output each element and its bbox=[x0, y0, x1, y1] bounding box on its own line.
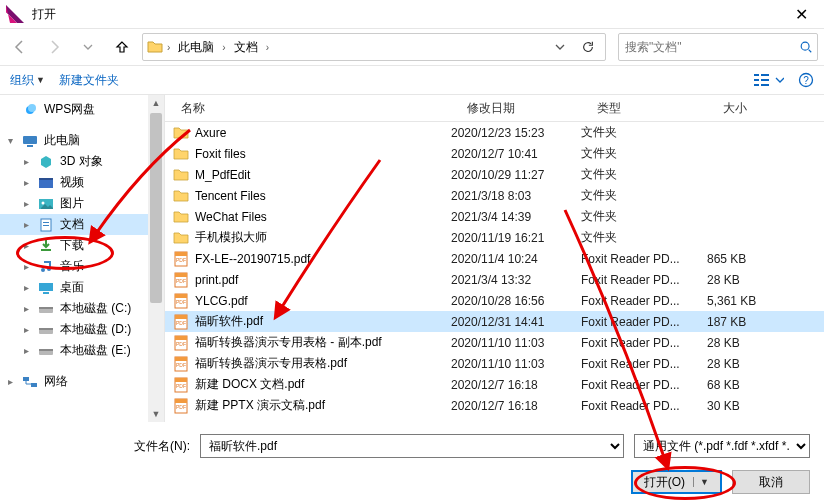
address-bar[interactable]: › 此电脑 › 文档 › bbox=[142, 33, 606, 61]
expand-icon[interactable]: ▸ bbox=[20, 198, 32, 209]
sidebar-item[interactable]: ▸3D 对象 bbox=[0, 151, 164, 172]
file-row[interactable]: PDFYLCG.pdf2020/10/28 16:56Foxit Reader … bbox=[165, 290, 824, 311]
expand-icon[interactable]: ▸ bbox=[20, 240, 32, 251]
new-folder-button[interactable]: 新建文件夹 bbox=[59, 72, 119, 89]
svg-rect-32 bbox=[175, 252, 187, 256]
nav-back-button[interactable] bbox=[6, 33, 34, 61]
file-size bbox=[707, 185, 824, 206]
nav-forward-button[interactable] bbox=[40, 33, 68, 61]
search-input[interactable] bbox=[623, 39, 795, 55]
sidebar-scrollbar[interactable]: ▲ ▼ bbox=[148, 95, 164, 422]
expand-icon[interactable]: ▸ bbox=[4, 376, 16, 387]
sidebar-item[interactable]: ▸桌面 bbox=[0, 277, 164, 298]
file-name: Tencent Files bbox=[195, 189, 266, 203]
sidebar-item-label: 本地磁盘 (E:) bbox=[60, 342, 131, 359]
file-row[interactable]: M_PdfEdit2020/10/29 11:27文件夹 bbox=[165, 164, 824, 185]
svg-rect-53 bbox=[175, 399, 187, 403]
window-title: 打开 bbox=[32, 6, 785, 23]
close-button[interactable]: ✕ bbox=[785, 1, 818, 28]
svg-rect-35 bbox=[175, 273, 187, 277]
expand-icon[interactable]: ▸ bbox=[20, 261, 32, 272]
expand-icon[interactable]: ▸ bbox=[20, 345, 32, 356]
refresh-button[interactable] bbox=[575, 38, 601, 56]
sidebar-item[interactable]: ▸本地磁盘 (D:) bbox=[0, 319, 164, 340]
file-size bbox=[707, 227, 824, 248]
chevron-right-icon[interactable]: › bbox=[266, 42, 269, 53]
svg-rect-47 bbox=[175, 357, 187, 361]
sidebar-item[interactable]: ▸图片 bbox=[0, 193, 164, 214]
sidebar-item[interactable]: ▸视频 bbox=[0, 172, 164, 193]
help-button[interactable]: ? bbox=[798, 72, 814, 88]
file-row[interactable]: PDF新建 PPTX 演示文稿.pdf2020/12/7 16:18Foxit … bbox=[165, 395, 824, 416]
file-date: 2020/11/19 16:21 bbox=[451, 227, 581, 248]
sidebar-item[interactable]: ▾此电脑 bbox=[0, 130, 164, 151]
desktop-icon bbox=[38, 280, 54, 296]
expand-icon[interactable]: ▸ bbox=[20, 156, 32, 167]
sidebar-item[interactable]: ▸下载 bbox=[0, 235, 164, 256]
search-box[interactable] bbox=[618, 33, 818, 61]
file-name: M_PdfEdit bbox=[195, 168, 250, 182]
main-area: WPS网盘▾此电脑▸3D 对象▸视频▸图片▸文档▸下载▸音乐▸桌面▸本地磁盘 (… bbox=[0, 95, 824, 422]
file-row[interactable]: PDF福昕软件.pdf2020/12/31 14:41Foxit Reader … bbox=[165, 311, 824, 332]
svg-rect-16 bbox=[43, 222, 49, 223]
svg-rect-21 bbox=[39, 283, 53, 291]
svg-rect-50 bbox=[175, 378, 187, 382]
open-button[interactable]: 打开(O)▼ bbox=[631, 470, 722, 494]
file-name: Axure bbox=[195, 126, 226, 140]
search-icon[interactable] bbox=[799, 40, 813, 54]
column-type[interactable]: 类型 bbox=[589, 95, 715, 121]
svg-rect-26 bbox=[39, 328, 53, 330]
organize-menu[interactable]: 组织 ▼ bbox=[10, 72, 45, 89]
view-options-button[interactable] bbox=[754, 72, 784, 88]
filetype-combo[interactable]: 通用文件 (*.pdf *.fdf *.xfdf *.x bbox=[634, 434, 810, 458]
file-row[interactable]: PDFprint.pdf2021/3/4 13:32Foxit Reader P… bbox=[165, 269, 824, 290]
disk-icon bbox=[38, 301, 54, 317]
scroll-down-icon[interactable]: ▼ bbox=[148, 406, 164, 422]
nav-up-button[interactable] bbox=[108, 33, 136, 61]
svg-rect-9 bbox=[23, 136, 37, 144]
file-row[interactable]: PDF新建 DOCX 文档.pdf2020/12/7 16:18Foxit Re… bbox=[165, 374, 824, 395]
chevron-right-icon[interactable]: › bbox=[222, 42, 225, 53]
expand-icon[interactable]: ▾ bbox=[4, 135, 16, 146]
filename-combo[interactable]: 福昕软件.pdf bbox=[200, 434, 624, 458]
expand-icon[interactable]: ▸ bbox=[20, 177, 32, 188]
chevron-down-icon[interactable] bbox=[549, 40, 571, 54]
file-row[interactable]: WeChat Files2021/3/4 14:39文件夹 bbox=[165, 206, 824, 227]
folder-icon bbox=[173, 125, 189, 141]
scroll-thumb[interactable] bbox=[150, 113, 162, 303]
file-row[interactable]: Axure2020/12/23 15:23文件夹 bbox=[165, 122, 824, 143]
sidebar-item[interactable]: ▸本地磁盘 (E:) bbox=[0, 340, 164, 361]
column-headers: 名称 修改日期 类型 大小 bbox=[165, 95, 824, 122]
column-name[interactable]: 名称 bbox=[173, 95, 459, 121]
file-type: 文件夹 bbox=[581, 227, 707, 248]
cancel-button[interactable]: 取消 bbox=[732, 470, 810, 494]
file-row[interactable]: PDFFX-LE--20190715.pdf2020/11/4 10:24Fox… bbox=[165, 248, 824, 269]
expand-icon[interactable]: ▸ bbox=[20, 324, 32, 335]
expand-icon[interactable]: ▸ bbox=[20, 303, 32, 314]
file-row[interactable]: Tencent Files2021/3/18 8:03文件夹 bbox=[165, 185, 824, 206]
nav-recent-dropdown[interactable] bbox=[74, 33, 102, 61]
file-row[interactable]: 手机模拟大师2020/11/19 16:21文件夹 bbox=[165, 227, 824, 248]
file-row[interactable]: PDF福昕转换器演示专用表格.pdf2020/11/10 11:03Foxit … bbox=[165, 353, 824, 374]
sidebar-item[interactable]: ▸音乐 bbox=[0, 256, 164, 277]
file-row[interactable]: Foxit files2020/12/7 10:41文件夹 bbox=[165, 143, 824, 164]
chevron-right-icon[interactable]: › bbox=[167, 42, 170, 53]
sidebar-item[interactable]: ▸本地磁盘 (C:) bbox=[0, 298, 164, 319]
column-date[interactable]: 修改日期 bbox=[459, 95, 589, 121]
svg-rect-44 bbox=[175, 336, 187, 340]
svg-rect-24 bbox=[39, 307, 53, 309]
sidebar-item[interactable]: WPS网盘 bbox=[0, 99, 164, 120]
sidebar-item[interactable]: ▸文档 bbox=[0, 214, 164, 235]
file-row[interactable]: PDF福昕转换器演示专用表格 - 副本.pdf2020/11/10 11:03F… bbox=[165, 332, 824, 353]
file-size: 865 KB bbox=[707, 248, 824, 269]
breadcrumb-pc[interactable]: 此电脑 bbox=[174, 37, 218, 58]
sidebar-item-label: 视频 bbox=[60, 174, 84, 191]
expand-icon[interactable]: ▸ bbox=[20, 282, 32, 293]
breadcrumb-docs[interactable]: 文档 bbox=[230, 37, 262, 58]
expand-icon[interactable]: ▸ bbox=[20, 219, 32, 230]
file-name: 手机模拟大师 bbox=[195, 229, 267, 246]
sidebar-item[interactable]: ▸网络 bbox=[0, 371, 164, 392]
column-size[interactable]: 大小 bbox=[715, 95, 824, 121]
scroll-up-icon[interactable]: ▲ bbox=[148, 95, 164, 111]
svg-rect-2 bbox=[754, 79, 759, 81]
